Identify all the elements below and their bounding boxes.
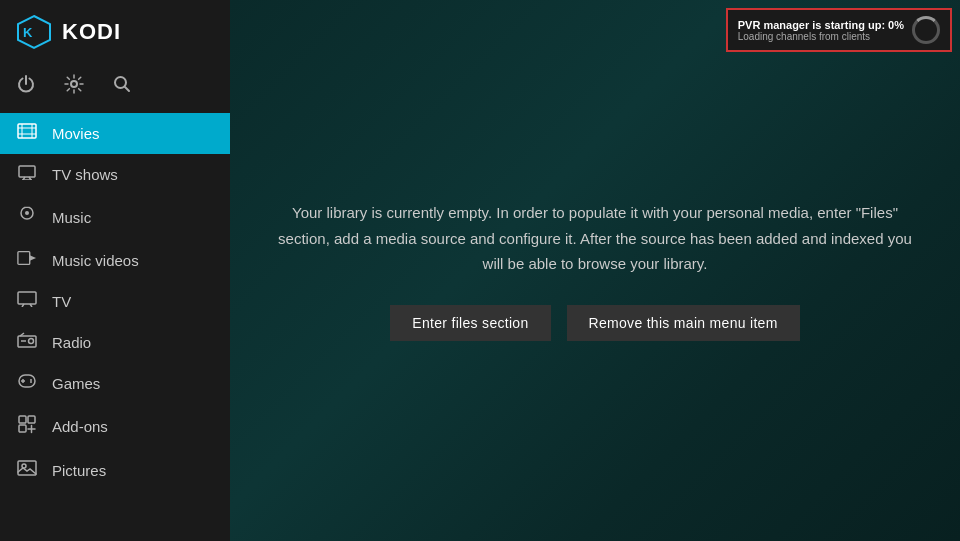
sidebar-item-tv-label: TV — [52, 293, 71, 310]
remove-menu-item-button[interactable]: Remove this main menu item — [567, 305, 800, 341]
search-icon[interactable] — [112, 74, 132, 99]
sidebar-item-music-label: Music — [52, 209, 91, 226]
pvr-spinner-icon — [912, 16, 940, 44]
sidebar-item-radio-label: Radio — [52, 334, 91, 351]
tv-shows-icon — [16, 164, 38, 185]
sidebar-item-games-label: Games — [52, 375, 100, 392]
app-header: K KODI — [0, 0, 230, 64]
pvr-subtitle: Loading channels from clients — [738, 31, 904, 42]
movies-icon — [16, 123, 38, 144]
enter-files-section-button[interactable]: Enter files section — [390, 305, 550, 341]
svg-rect-9 — [19, 166, 35, 177]
sidebar-item-music-videos-label: Music videos — [52, 252, 139, 269]
pvr-text: PVR manager is starting up: 0% Loading c… — [738, 19, 904, 42]
empty-library-content: Your library is currently empty. In orde… — [255, 180, 935, 361]
sidebar-item-pictures-label: Pictures — [52, 462, 106, 479]
music-icon — [16, 205, 38, 230]
sidebar-nav: Movies TV shows Music — [0, 113, 230, 492]
svg-rect-15 — [18, 292, 36, 304]
radio-icon — [16, 332, 38, 353]
sidebar-item-tv[interactable]: TV — [0, 281, 230, 322]
svg-text:K: K — [23, 25, 33, 40]
sidebar-item-games[interactable]: Games — [0, 363, 230, 404]
settings-icon[interactable] — [64, 74, 84, 99]
sidebar-item-movies[interactable]: Movies — [0, 113, 230, 154]
games-icon — [16, 373, 38, 394]
sidebar: K KODI — [0, 0, 230, 541]
svg-rect-29 — [18, 461, 36, 475]
svg-point-25 — [30, 381, 32, 383]
add-ons-icon — [16, 414, 38, 439]
empty-library-message: Your library is currently empty. In orde… — [275, 200, 915, 277]
sidebar-item-pictures[interactable]: Pictures — [0, 449, 230, 492]
sidebar-item-music[interactable]: Music — [0, 195, 230, 240]
pictures-icon — [16, 459, 38, 482]
sidebar-item-tv-shows-label: TV shows — [52, 166, 118, 183]
sidebar-item-radio[interactable]: Radio — [0, 322, 230, 363]
music-videos-icon — [16, 250, 38, 271]
svg-rect-4 — [18, 124, 36, 138]
svg-point-20 — [29, 339, 34, 344]
svg-point-2 — [71, 81, 77, 87]
sidebar-item-tv-shows[interactable]: TV shows — [0, 154, 230, 195]
app-title: KODI — [62, 19, 121, 45]
pvr-notification: PVR manager is starting up: 0% Loading c… — [726, 8, 952, 52]
main-content: PVR manager is starting up: 0% Loading c… — [230, 0, 960, 541]
svg-rect-26 — [19, 416, 26, 423]
svg-rect-27 — [28, 416, 35, 423]
svg-rect-14 — [18, 252, 30, 265]
svg-rect-28 — [19, 425, 26, 432]
sidebar-item-add-ons-label: Add-ons — [52, 418, 108, 435]
tv-icon — [16, 291, 38, 312]
sidebar-item-music-videos[interactable]: Music videos — [0, 240, 230, 281]
kodi-logo-icon: K — [16, 14, 52, 50]
sidebar-top-icons — [0, 64, 230, 113]
sidebar-item-add-ons[interactable]: Add-ons — [0, 404, 230, 449]
sidebar-item-movies-label: Movies — [52, 125, 100, 142]
action-buttons: Enter files section Remove this main men… — [275, 305, 915, 341]
pvr-title: PVR manager is starting up: 0% — [738, 19, 904, 31]
power-icon[interactable] — [16, 74, 36, 99]
svg-point-13 — [25, 211, 29, 215]
svg-point-24 — [30, 379, 32, 381]
